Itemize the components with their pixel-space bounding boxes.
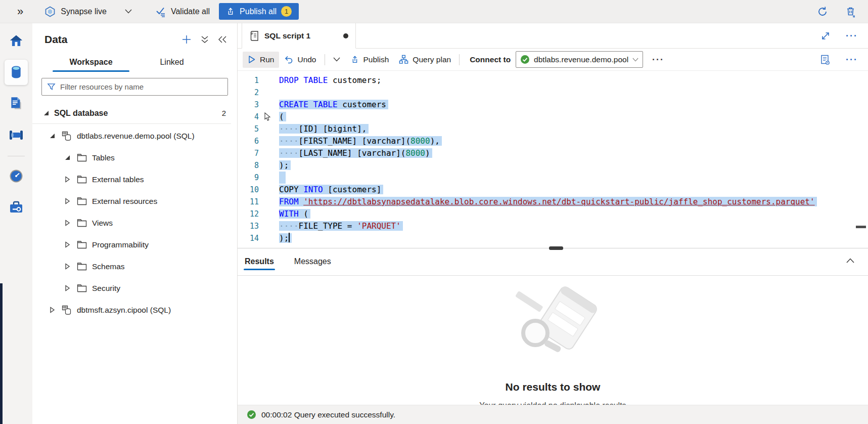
top-command-bar: » Synapse live Validate all Publish all … [0, 0, 868, 23]
sidebar-item-develop[interactable] [5, 91, 28, 116]
folder-icon [77, 219, 87, 227]
line-content: ); [279, 159, 291, 172]
code-line[interactable]: 11FROM 'https://dbtlabsynapsedatalake.bl… [238, 196, 868, 208]
code-line[interactable]: 4( [238, 111, 868, 123]
publish-all-label: Publish all [240, 7, 277, 16]
collapsed-arrow-icon[interactable] [64, 263, 71, 270]
filter-input[interactable]: Filter resources by name [41, 78, 228, 96]
publish-button[interactable]: Publish [345, 52, 394, 68]
expanded-arrow-icon[interactable] [64, 155, 71, 160]
tree-item-label: Programmability [92, 240, 149, 249]
line-number: 1 [238, 74, 270, 87]
folder-icon [77, 284, 87, 292]
code-line[interactable]: 7····[LAST_NAME] [varchar](8000) [238, 147, 868, 159]
sql-script-icon [249, 30, 259, 41]
tree-item-tables[interactable]: Tables [32, 147, 237, 168]
collapsed-arrow-icon[interactable] [64, 198, 71, 204]
code-line[interactable]: 9 [238, 172, 868, 184]
tab-more-actions-icon[interactable]: ··· [846, 31, 858, 40]
refresh-icon[interactable] [816, 6, 829, 18]
tree-item-dbtmsft-azsyn-cipool-sql[interactable]: dbtmsft.azsyn.cipool (SQL) [32, 299, 237, 321]
query-status-bar: 00:00:02 Query executed successfully. [238, 405, 868, 424]
editor-more-actions-icon[interactable]: ··· [846, 55, 858, 64]
folder-icon [77, 175, 87, 184]
tree-item-label: External resources [92, 197, 157, 206]
code-editor[interactable]: 1DROP TABLE customers;23CREATE TABLE cus… [238, 71, 868, 244]
code-line[interactable]: 13····FILE_TYPE = 'PARQUET' [238, 220, 868, 232]
tab-linked[interactable]: Linked [131, 54, 212, 72]
validate-label: Validate all [171, 7, 210, 16]
query-plan-button[interactable]: Query plan [394, 51, 456, 68]
folder-icon [77, 197, 87, 205]
no-results-illustration [500, 280, 606, 366]
chevron-down-icon [333, 57, 340, 62]
line-number: 12 [238, 208, 270, 220]
tree-item-external-tables[interactable]: External tables [32, 168, 237, 190]
sidebar-item-integrate[interactable] [5, 122, 28, 148]
code-line[interactable]: 1DROP TABLE customers; [238, 74, 868, 87]
expand-editor-icon[interactable] [820, 31, 831, 41]
manage-icon [9, 200, 24, 215]
tab-workspace[interactable]: Workspace [51, 54, 131, 72]
sidebar-item-home[interactable] [5, 28, 28, 54]
collapsed-arrow-icon[interactable] [64, 176, 71, 183]
chevron-down-icon [632, 58, 638, 62]
validate-all-button[interactable]: Validate all [155, 6, 210, 17]
tab-messages[interactable]: Messages [293, 250, 332, 274]
expanded-arrow-icon[interactable] [43, 110, 49, 116]
expand-menu-icon[interactable]: » [17, 6, 23, 17]
code-line[interactable]: 12WITH ( [238, 208, 868, 220]
line-content: ····[LAST_NAME] [varchar](8000) [279, 147, 432, 159]
pool-select-dropdown[interactable]: dbtlabs.revenue.demo.pool [516, 51, 643, 68]
toolbar-overflow-icon[interactable]: ··· [652, 55, 664, 64]
chevron-down-icon [125, 9, 132, 14]
tab-results[interactable]: Results [244, 250, 275, 274]
code-line[interactable]: 10COPY INTO [customers] [238, 184, 868, 196]
code-line[interactable]: 2 [238, 87, 868, 99]
tree-item-dbtlabs-revenue-demo-pool-sql[interactable]: dbtlabs.revenue.demo.pool (SQL) [32, 125, 237, 147]
discard-trash-icon[interactable] [845, 6, 857, 18]
scrollbar-cursor-mark[interactable] [856, 226, 866, 228]
sidebar-item-data[interactable] [5, 60, 28, 85]
synapse-live-selector[interactable]: Synapse live [44, 6, 132, 17]
collapsed-arrow-icon[interactable] [49, 307, 56, 313]
collapsed-arrow-icon[interactable] [64, 220, 71, 226]
folder-icon [77, 262, 87, 271]
sidebar-item-manage[interactable] [5, 195, 28, 220]
tree-section-sql-database[interactable]: SQL database 2 [32, 103, 231, 124]
tab-sql-script-1[interactable]: SQL script 1 [242, 23, 356, 49]
tree-item-schemas[interactable]: Schemas [32, 256, 237, 277]
publish-icon [350, 55, 359, 64]
publish-all-button[interactable]: Publish all 1 [219, 3, 299, 20]
collapse-results-icon[interactable] [846, 258, 855, 264]
run-options-chevron[interactable] [328, 54, 345, 65]
code-line[interactable]: 8); [238, 159, 868, 172]
code-line[interactable]: 5····[ID] [bigint], [238, 123, 868, 135]
line-content: ····FILE_TYPE = 'PARQUET' [279, 220, 403, 232]
tree-item-programmability[interactable]: Programmability [32, 234, 237, 256]
run-button[interactable]: Run [243, 52, 279, 68]
tree-item-label: External tables [92, 175, 144, 184]
tree-item-views[interactable]: Views [32, 212, 237, 234]
selection-highlight: ····[LAST_NAME] [varchar](8000) [279, 148, 432, 158]
code-line[interactable]: 6····[FIRST_NAME] [varchar](8000), [238, 135, 868, 147]
tree-item-external-resources[interactable]: External resources [32, 190, 237, 212]
double-chevron-down-icon[interactable] [201, 35, 209, 44]
collapsed-arrow-icon[interactable] [64, 241, 71, 248]
code-line[interactable]: 14); [238, 232, 868, 244]
undo-button[interactable]: Undo [279, 52, 321, 68]
selection-highlight: WITH ( [279, 209, 310, 219]
collapse-panel-icon[interactable] [218, 35, 227, 44]
folder-icon [77, 240, 87, 249]
sidebar-item-monitor[interactable] [5, 163, 28, 189]
tree-item-label: Schemas [92, 262, 125, 271]
tree-item-security[interactable]: Security [32, 277, 237, 299]
properties-icon[interactable] [819, 54, 831, 65]
expanded-arrow-icon[interactable] [49, 133, 56, 139]
selection-highlight: FROM 'https://dbtlabsynapsedatalake.blob… [279, 197, 817, 206]
tree-item-label: Tables [92, 153, 115, 162]
add-icon[interactable] [181, 34, 192, 45]
code-line[interactable]: 3CREATE TABLE customers [238, 99, 868, 111]
collapsed-arrow-icon[interactable] [64, 285, 71, 291]
success-check-icon [247, 410, 256, 419]
